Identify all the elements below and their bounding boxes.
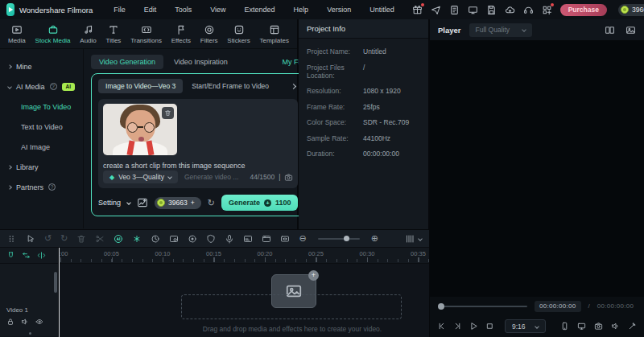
speed-ramp-icon[interactable] <box>151 234 160 244</box>
play-icon[interactable] <box>469 322 478 331</box>
tab-transitions[interactable]: Transitions <box>130 24 162 44</box>
stop-icon[interactable] <box>485 322 494 331</box>
mask-icon[interactable] <box>206 234 216 244</box>
tab-templates[interactable]: Templates <box>260 24 289 44</box>
sidebar-item-image-to-video[interactable]: Image To Video <box>0 97 83 117</box>
picture-icon[interactable] <box>625 25 636 35</box>
tab-video-inspiration[interactable]: Video Inspiration <box>174 58 228 66</box>
menu-file[interactable]: File <box>114 6 126 14</box>
menu-untitled[interactable]: Untitled <box>369 6 394 14</box>
remove-image-button[interactable] <box>162 107 174 119</box>
zoom-in-icon[interactable]: ⊕ <box>371 234 378 243</box>
track-scrollbar[interactable] <box>54 272 57 293</box>
screen-record-icon[interactable] <box>468 5 478 15</box>
select-tool-icon[interactable] <box>26 234 35 244</box>
add-image-icon[interactable] <box>284 173 293 182</box>
lock-track-icon[interactable] <box>6 318 14 326</box>
chevron-right-icon[interactable] <box>291 83 296 88</box>
tab-effects[interactable]: Effects <box>171 24 191 44</box>
next-frame-icon[interactable] <box>453 322 462 331</box>
mute-track-icon[interactable] <box>21 318 29 326</box>
video-preview[interactable] <box>430 40 644 297</box>
playhead[interactable] <box>59 248 60 337</box>
help-icon[interactable]: ? <box>48 183 56 191</box>
tab-audio[interactable]: Audio <box>80 24 96 44</box>
track-manager-icon[interactable] <box>405 234 415 244</box>
menu-edit[interactable]: Edit <box>144 6 157 14</box>
refresh-icon[interactable]: ↻ <box>208 199 215 208</box>
ai-assistant-icon[interactable] <box>114 234 123 244</box>
motion-track-icon[interactable] <box>188 234 197 244</box>
split-icon[interactable] <box>95 234 105 244</box>
menu-tools[interactable]: Tools <box>175 6 192 14</box>
sidebar-item-partners[interactable]: Partners? <box>0 177 83 197</box>
tab-video-generation[interactable]: Video Generation <box>91 55 163 69</box>
voiceover-mic-icon[interactable] <box>225 234 234 244</box>
render-preview-icon[interactable] <box>262 234 271 244</box>
sidebar-item-mine[interactable]: Mine <box>0 56 83 76</box>
credit-balance-pill[interactable]: 39663 + <box>155 197 201 209</box>
seek-bar[interactable] <box>439 306 527 307</box>
chevron-down-icon[interactable] <box>418 236 423 241</box>
script-icon[interactable] <box>449 5 460 15</box>
layout-icon[interactable] <box>605 25 615 35</box>
credits-badge[interactable]: 39663 <box>618 4 644 16</box>
snapshot-icon[interactable] <box>594 322 603 331</box>
fit-timeline-icon[interactable] <box>280 234 290 244</box>
prompt-text[interactable]: create a short clip from this image sequ… <box>103 162 293 170</box>
media-drop-zone[interactable] <box>181 294 402 319</box>
add-credits-icon[interactable]: + <box>191 199 195 207</box>
phone-preview-icon[interactable] <box>560 322 569 331</box>
aspect-ratio-select[interactable]: 9:16 <box>505 319 546 333</box>
undo-icon[interactable]: ↺ <box>44 234 52 243</box>
mode-image-to-video[interactable]: Image to Video—Veo 3 <box>98 79 183 93</box>
playback-quality-select[interactable]: Full Quality <box>469 23 533 37</box>
seek-handle[interactable] <box>438 303 444 310</box>
tab-stock-media[interactable]: Stock Media <box>35 24 71 44</box>
mute-icon[interactable] <box>611 322 620 331</box>
zoom-slider-handle[interactable] <box>344 236 349 241</box>
mode-start-end-frame[interactable]: Start/End Frame to Video <box>192 82 269 90</box>
add-clip-badge[interactable]: + <box>308 270 319 281</box>
hide-track-icon[interactable] <box>35 318 43 326</box>
magnetic-timeline-icon[interactable] <box>6 251 15 260</box>
generate-button[interactable]: Generate + 1100 <box>221 195 299 211</box>
cloud-upload-icon[interactable] <box>505 5 515 15</box>
help-icon[interactable]: ? <box>50 83 57 90</box>
ai-tools-icon[interactable] <box>132 234 142 244</box>
tab-titles[interactable]: Titles <box>106 24 122 44</box>
zoom-out-icon[interactable]: ⊖ <box>299 234 306 243</box>
chroma-key-icon[interactable] <box>169 234 179 244</box>
timeline-ruler[interactable]: 00:00 00:05 00:10 00:15 00:20 00:25 00:3… <box>59 248 429 263</box>
apps-grid-icon[interactable] <box>542 5 552 15</box>
media-browser-icon[interactable] <box>7 234 17 244</box>
sidebar-item-ai-media[interactable]: AI Media?AI <box>0 76 83 97</box>
timeline-lane[interactable]: + Drag and drop media and effects here t… <box>59 264 429 336</box>
save-icon[interactable] <box>486 5 497 15</box>
menu-view[interactable]: View <box>210 6 225 14</box>
uploaded-image-thumbnail[interactable] <box>103 104 177 155</box>
redo-icon[interactable]: ↻ <box>60 234 68 243</box>
markup-icon[interactable] <box>628 322 637 331</box>
sidebar-item-library[interactable]: Library <box>0 157 83 177</box>
tab-stickers[interactable]: Stickers <box>227 24 250 44</box>
setting-button[interactable]: Setting <box>98 199 121 207</box>
menu-help[interactable]: Help <box>294 6 309 14</box>
auto-ripple-icon[interactable] <box>22 251 31 260</box>
ai-image-icon[interactable] <box>137 197 148 208</box>
support-headset-icon[interactable] <box>523 5 534 15</box>
delete-icon[interactable] <box>76 234 86 244</box>
previous-frame-icon[interactable] <box>437 322 446 331</box>
auto-caption-icon[interactable] <box>243 234 253 244</box>
sidebar-item-text-to-video[interactable]: Text to Video <box>0 117 83 137</box>
share-icon[interactable] <box>431 5 441 15</box>
snap-icon[interactable] <box>37 251 46 260</box>
current-time[interactable]: 00:00:00:00 <box>535 301 581 312</box>
sidebar-item-ai-image[interactable]: AI Image <box>0 137 83 157</box>
model-selector[interactable]: ◆ Veo 3—Quality <box>103 171 178 183</box>
menu-extended[interactable]: Extended <box>245 6 275 14</box>
timeline-zoom-slider[interactable] <box>318 238 360 240</box>
menu-version[interactable]: Version <box>327 6 351 14</box>
tab-media[interactable]: Media <box>8 24 26 44</box>
gift-icon[interactable] <box>412 5 423 15</box>
